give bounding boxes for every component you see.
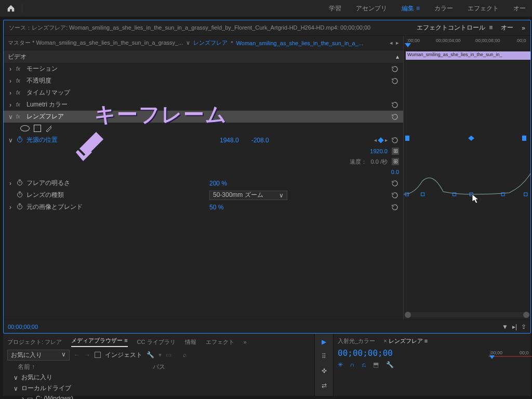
scale-icon[interactable]: ▸| [512, 323, 517, 330]
crumb-clip[interactable]: Woman_smiling_as_she_lies_in_the_sun_in_… [236, 40, 363, 46]
clip-bar[interactable]: Woman_smiling_as_she_lies_in_the_sun_in_ [406, 51, 530, 60]
rect-mask-icon[interactable] [34, 125, 41, 132]
effect-lensflare[interactable]: ∨ fx レンズフレア [4, 111, 403, 123]
pct-box-icon[interactable]: ⊞ [392, 148, 399, 155]
panel-overflow-chevron[interactable]: » [522, 24, 525, 32]
collapse-icon[interactable]: ▴ [396, 53, 399, 60]
scroll-handle-left[interactable] [405, 312, 411, 318]
chevron-down-icon[interactable]: ∨ [186, 39, 190, 46]
link-icon[interactable]: ∩ [350, 361, 355, 368]
col-name[interactable]: 名前 ↑ [18, 363, 111, 371]
tab-color[interactable]: カラー [434, 4, 453, 13]
tree-local-drives[interactable]: ∨ローカルドライブ [7, 383, 310, 394]
ingest-checkbox[interactable] [95, 352, 101, 358]
param-value[interactable]: 50 % [209, 204, 223, 211]
tab-cc-libraries[interactable]: CC ライブラリ [137, 338, 176, 346]
tab-edit[interactable]: 編集≡ [402, 4, 420, 13]
tree-favorites[interactable]: ∨お気に入り [7, 372, 310, 383]
wrench-icon[interactable]: 🔧 [147, 351, 154, 358]
reset-icon[interactable] [391, 203, 399, 211]
export-icon[interactable]: ⇪ [521, 323, 526, 330]
favorites-combo[interactable]: お気に入り∨ [7, 350, 70, 361]
pct-box-icon[interactable]: ⊞ [392, 158, 399, 165]
stopwatch-icon[interactable] [16, 179, 23, 188]
tab-media-browser[interactable]: メディアブラウザー ≡ [71, 337, 127, 347]
panel-tab-overflow[interactable]: オー [501, 23, 513, 32]
twirl-icon[interactable]: › [22, 395, 24, 399]
twirl-icon[interactable]: › [8, 204, 13, 211]
crumb-master[interactable]: マスター * Woman_smiling_as_she_lies_in_the_… [8, 39, 183, 47]
lenstype-select[interactable]: 50-300mm ズーム ∨ [209, 191, 287, 200]
tab-effect[interactable]: エフェクト [468, 4, 499, 13]
velocity-graph[interactable] [404, 166, 530, 228]
twirl-icon[interactable]: ∨ [8, 137, 13, 144]
settings-icon[interactable]: 🔧 [386, 361, 394, 368]
effect-opacity[interactable]: › fx 不透明度 [4, 75, 403, 87]
tab-overflow-icon[interactable]: » [244, 339, 247, 345]
home-icon[interactable] [6, 4, 16, 13]
param-value-y[interactable]: -208.0 [251, 137, 269, 144]
playhead-icon[interactable] [489, 355, 495, 359]
reset-icon[interactable] [391, 77, 399, 85]
new-bin-icon[interactable]: ▭ [166, 351, 171, 358]
twirl-icon[interactable]: ∨ [14, 385, 18, 392]
footer-timecode[interactable]: 00;00;00;00 [8, 324, 38, 330]
tab-overflow[interactable]: オー [513, 4, 526, 13]
twirl-icon[interactable]: ∨ [8, 113, 13, 121]
seq-tab-lensflare[interactable]: × レンズフレア ≡ [383, 337, 428, 345]
effect-motion[interactable]: › fx モーション [4, 63, 403, 75]
param-value[interactable]: 200 % [209, 180, 227, 187]
add-keyframe-icon[interactable] [378, 137, 383, 143]
timeline-ruler[interactable]: ;00;00 00;00;04;00 00;00;08;00 00;0 [404, 36, 530, 50]
twirl-icon[interactable]: › [8, 101, 13, 109]
next-keyframe-icon[interactable]: ▸ [396, 39, 399, 46]
tab-learn[interactable]: 学習 [329, 4, 341, 13]
search-icon[interactable]: ⌕ [183, 351, 187, 358]
reset-icon[interactable] [391, 179, 399, 188]
stopwatch-icon[interactable] [16, 191, 23, 200]
panel-tab-effect-controls[interactable]: エフェクトコントロール ≡ [417, 23, 493, 32]
ripple-tool-icon[interactable]: ✜ [319, 366, 329, 376]
effect-timeremap[interactable]: › fx タイムリマップ [4, 87, 403, 99]
prev-keyframe-icon[interactable]: ◂ [374, 137, 377, 143]
tab-effects[interactable]: エフェクト [206, 338, 234, 346]
selection-tool-icon[interactable]: ▶ [319, 337, 329, 347]
twirl-icon[interactable]: › [8, 89, 13, 97]
reset-icon[interactable] [391, 191, 399, 200]
forward-icon[interactable]: → [84, 351, 90, 358]
reset-icon[interactable] [391, 65, 399, 73]
sequence-ruler-fragment[interactable]: ;00;00 00;0 [488, 349, 532, 360]
track-select-icon[interactable]: ⠿ [319, 351, 329, 362]
stopwatch-icon[interactable] [16, 203, 23, 211]
snap-icon[interactable]: ✳ [338, 361, 343, 368]
back-icon[interactable]: ← [74, 351, 80, 358]
seq-tab-light[interactable]: 入射光_カラー [338, 337, 375, 345]
filter-icon[interactable]: ▼ [502, 323, 508, 330]
slip-tool-icon[interactable]: ⇄ [319, 380, 329, 391]
twirl-icon[interactable]: › [8, 65, 13, 73]
tab-assembly[interactable]: アセンブリ [356, 4, 387, 13]
playhead-icon[interactable] [405, 43, 412, 50]
next-keyframe-icon[interactable]: ▸ [385, 137, 388, 143]
ellipse-mask-icon[interactable] [20, 125, 30, 131]
tree-c-drive[interactable]: ›▭C: (Windows) [7, 394, 310, 399]
zoom-scrollbar[interactable] [406, 312, 528, 317]
reset-icon[interactable] [391, 136, 399, 144]
crumb-effect[interactable]: レンズフレア [193, 39, 228, 47]
col-path[interactable]: パス [153, 363, 165, 371]
effect-lumetri[interactable]: › fx Lumetri カラー [4, 99, 403, 111]
scroll-handle-right[interactable] [523, 312, 529, 318]
reset-icon[interactable] [391, 101, 399, 109]
funnel-icon[interactable]: ▾ [158, 351, 162, 358]
marker-icon[interactable]: ⎌ [362, 361, 366, 368]
reset-icon[interactable] [391, 113, 399, 121]
marker-add-icon[interactable]: ⬒ [373, 361, 379, 368]
prev-keyframe-icon[interactable]: ◂ [390, 39, 393, 46]
twirl-icon[interactable]: › [8, 77, 13, 85]
stopwatch-icon[interactable] [16, 136, 23, 144]
twirl-icon[interactable]: › [8, 180, 13, 187]
menu-icon[interactable]: ≡ [489, 24, 493, 31]
twirl-icon[interactable]: ∨ [14, 374, 18, 381]
keyframe-markers[interactable] [404, 135, 530, 142]
menu-icon[interactable]: ≡ [416, 5, 420, 12]
